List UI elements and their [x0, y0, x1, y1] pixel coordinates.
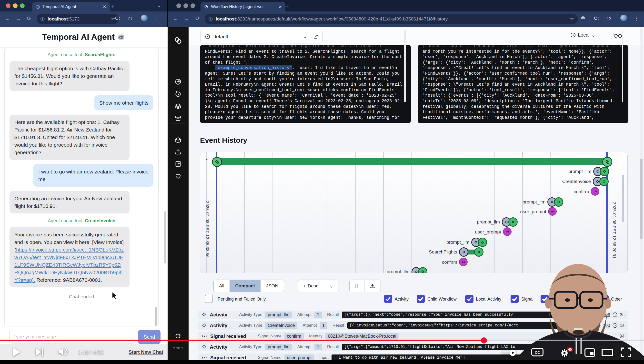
- view-tab-json[interactable]: JSON: [260, 280, 284, 292]
- timeline-node[interactable]: [474, 248, 484, 257]
- filter-checkbox-local-activity[interactable]: [465, 295, 474, 303]
- zoom-window-button[interactable]: [190, 4, 195, 8]
- timeline-node[interactable]: [459, 258, 468, 266]
- sidebar-item-cube-icon[interactable]: [174, 136, 182, 144]
- back-icon[interactable]: ←: [173, 15, 178, 22]
- timeline-node[interactable]: [508, 218, 518, 227]
- download-button[interactable]: [364, 280, 380, 292]
- profile-avatar[interactable]: [620, 15, 627, 21]
- close-tab-icon[interactable]: ✕: [278, 4, 282, 10]
- timeline-node[interactable]: [459, 248, 468, 257]
- volume-icon[interactable]: [58, 348, 68, 356]
- video-progress-scrubber[interactable]: [481, 338, 487, 344]
- tab-search-chevron-icon[interactable]: ⌄: [156, 2, 161, 9]
- pause-button[interactable]: [350, 280, 364, 292]
- site-info-icon[interactable]: ⓘ: [208, 16, 213, 22]
- extensions-puzzle-icon[interactable]: [606, 16, 611, 21]
- timeline-node[interactable]: [212, 157, 222, 167]
- timeline-node[interactable]: [418, 267, 428, 273]
- reload-icon[interactable]: ⟳: [27, 15, 31, 22]
- sidebar-item-workflows-icon[interactable]: [174, 78, 182, 86]
- start-new-chat-link[interactable]: Start New Chat: [128, 349, 163, 355]
- timeline-node[interactable]: [478, 238, 487, 247]
- send-button[interactable]: Send: [138, 330, 160, 344]
- sort-order-button[interactable]: ↓Desc ⌄: [298, 280, 339, 292]
- bookmark-star-icon[interactable]: ☆: [111, 16, 115, 22]
- view-tab-compact[interactable]: Compact: [230, 280, 260, 292]
- next-button[interactable]: [36, 348, 44, 356]
- filter-checkbox-child-workflow[interactable]: [417, 295, 425, 303]
- minimize-window-button[interactable]: [184, 4, 188, 8]
- window-scrollbar[interactable]: [164, 211, 166, 264]
- sidebar-item-stack-icon[interactable]: [174, 102, 182, 110]
- timeline-node[interactable]: [600, 167, 609, 176]
- input-payload-code-right[interactable]: {'actor': 'agent', 'response': {'args': …: [418, 45, 628, 123]
- timeline-node[interactable]: [599, 177, 609, 186]
- input-payload-code-left[interactable]: "description": "Help the user gather arg…: [200, 45, 411, 123]
- miniplayer-button[interactable]: [584, 348, 595, 357]
- view-tab-all[interactable]: All: [214, 280, 230, 292]
- tab-temporal-ai-agent[interactable]: Temporal AI Agent ✕: [32, 2, 110, 12]
- filter-checkbox-activity[interactable]: [384, 295, 392, 303]
- new-tab-button[interactable]: +: [285, 3, 289, 10]
- video-progress-track[interactable]: [0, 340, 644, 341]
- left-address-bar[interactable]: ⓘ localhost:5173 ☆: [36, 14, 119, 24]
- play-button[interactable]: [13, 348, 21, 357]
- sidebar-item-schedules-icon[interactable]: [174, 90, 182, 98]
- timeline-node[interactable]: [548, 207, 557, 216]
- sidebar-item-import-icon[interactable]: [174, 148, 182, 156]
- external-link-icon[interactable]: [313, 34, 318, 39]
- code-scrollbar[interactable]: [404, 30, 406, 102]
- captions-button[interactable]: CC: [531, 348, 544, 357]
- menu-dots-icon[interactable]: ⋮: [154, 16, 158, 21]
- profile-avatar[interactable]: [141, 15, 148, 21]
- extension-c-icon[interactable]: C:: [594, 16, 599, 21]
- forward-icon[interactable]: →: [16, 15, 21, 22]
- right-address-bar[interactable]: ⓘ localhost:8233/namespaces/default/work…: [205, 14, 578, 24]
- pending-failed-checkbox[interactable]: [205, 295, 213, 303]
- timeline-node[interactable]: [591, 187, 599, 196]
- back-icon[interactable]: ←: [5, 15, 10, 22]
- close-tab-icon[interactable]: ✕: [103, 4, 106, 10]
- timeline-scrollbar[interactable]: [622, 175, 624, 222]
- sort-desc-label[interactable]: ↓Desc: [298, 280, 324, 292]
- autoplay-toggle[interactable]: [500, 349, 517, 356]
- close-window-button[interactable]: [176, 4, 181, 8]
- workflow-execution-bar[interactable]: [216, 158, 607, 165]
- temporal-logo-icon[interactable]: [174, 36, 182, 45]
- extensions-puzzle-icon[interactable]: [128, 16, 133, 21]
- timeline-node[interactable]: [554, 197, 563, 207]
- namespace-selector[interactable]: default ⌄: [200, 30, 322, 44]
- theme-sun-icon[interactable]: [174, 332, 182, 340]
- new-tab-button[interactable]: +: [111, 3, 115, 10]
- sidebar-item-feedback-icon[interactable]: [174, 172, 182, 180]
- invoice-link[interactable]: https://invoice.stripe.com/i/acct_1NBOLu…: [14, 247, 124, 283]
- minimize-window-button[interactable]: [13, 4, 18, 8]
- filter-checkbox-signal[interactable]: [510, 295, 519, 303]
- bookmark-star-icon[interactable]: ☆: [570, 16, 574, 22]
- timeline-node[interactable]: [602, 157, 612, 167]
- forward-icon[interactable]: →: [184, 15, 190, 22]
- signal-icon: [202, 355, 207, 360]
- sidebar-item-docs-icon[interactable]: [174, 160, 182, 168]
- settings-gear-button[interactable]: HD: [558, 348, 573, 358]
- zoom-window-button[interactable]: [20, 4, 25, 8]
- chat-scrollbar[interactable]: [155, 307, 157, 326]
- timeline-node[interactable]: [503, 228, 512, 236]
- close-window-button[interactable]: [6, 4, 10, 8]
- reload-icon[interactable]: ⟳: [196, 15, 200, 22]
- timezone-selector[interactable]: Local ⌄: [570, 32, 596, 38]
- chat-message-input[interactable]: [9, 330, 136, 344]
- theater-mode-button[interactable]: [602, 349, 613, 356]
- extension-c-icon[interactable]: C:: [115, 16, 120, 21]
- sort-chevron-icon[interactable]: ⌄: [324, 280, 338, 292]
- password-eye-icon[interactable]: 👁: [581, 16, 586, 21]
- data-encoder-glasses-icon[interactable]: [614, 32, 622, 38]
- menu-dots-icon[interactable]: ⋮: [634, 16, 639, 21]
- page-scrollbar-thumb[interactable]: [640, 158, 642, 239]
- sidebar-item-archive-icon[interactable]: [174, 115, 182, 122]
- tab-workflow-history[interactable]: Workflow History | agent-wor ✕: [200, 2, 286, 12]
- site-info-icon[interactable]: ⓘ: [40, 16, 45, 22]
- fullscreen-button[interactable]: [620, 348, 631, 357]
- code-scrollbar[interactable]: [622, 30, 623, 102]
